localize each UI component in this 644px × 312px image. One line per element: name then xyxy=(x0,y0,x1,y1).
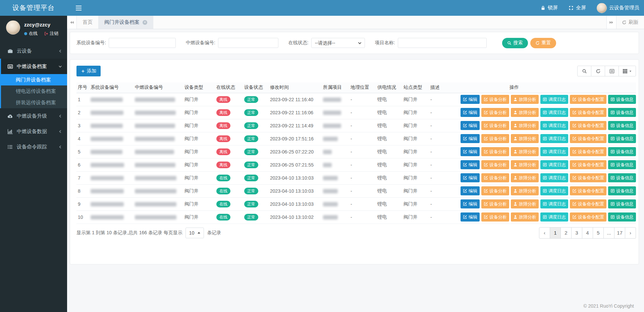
row-action-edit-button[interactable]: 编辑 xyxy=(461,199,480,208)
row-action-device-command-config-button[interactable]: 设备命令配置 xyxy=(570,173,606,182)
row-action-device-analysis-button[interactable]: 设备分析 xyxy=(481,160,509,169)
row-action-dispatch-log-button[interactable]: 调度日志 xyxy=(540,199,568,208)
row-action-device-info-button[interactable]: 设备信息 xyxy=(608,121,636,130)
search-button[interactable]: 搜索 xyxy=(502,38,528,48)
row-action-device-info-button[interactable]: 设备信息 xyxy=(608,212,636,222)
row-action-edit-button[interactable]: 编辑 xyxy=(461,173,480,182)
row-action-device-analysis-button[interactable]: 设备分析 xyxy=(481,199,509,208)
row-action-fault-analysis-button[interactable]: 故障分析 xyxy=(511,147,539,156)
row-action-device-analysis-button[interactable]: 设备分析 xyxy=(481,108,509,117)
row-action-device-command-config-button[interactable]: 设备命令配置 xyxy=(570,121,606,130)
row-action-dispatch-log-button[interactable]: 调度日志 xyxy=(540,134,568,143)
row-action-device-analysis-button[interactable]: 设备分析 xyxy=(481,173,509,182)
row-action-device-info-button[interactable]: 设备信息 xyxy=(608,173,636,182)
sidebar-item-valve-well-archive[interactable]: 阀门井设备档案 xyxy=(1,74,67,85)
logout-link[interactable]: 注销 xyxy=(44,30,58,37)
row-action-fault-analysis-button[interactable]: 故障分析 xyxy=(511,95,539,104)
row-action-fault-analysis-button[interactable]: 故障分析 xyxy=(511,186,539,195)
lock-screen-button[interactable]: 锁屏 xyxy=(541,5,558,11)
row-action-device-info-button[interactable]: 设备信息 xyxy=(608,199,636,208)
row-action-edit-button[interactable]: 编辑 xyxy=(461,212,480,222)
row-action-dispatch-log-button[interactable]: 调度日志 xyxy=(540,160,568,169)
sidebar-item-lithium-remote-archive[interactable]: 锂电远传设备档案 xyxy=(1,85,67,97)
page-size-select[interactable]: 10 xyxy=(185,228,204,238)
row-action-device-command-config-button[interactable]: 设备命令配置 xyxy=(570,147,606,156)
row-action-device-info-button[interactable]: 设备信息 xyxy=(608,147,636,156)
row-action-device-info-button[interactable]: 设备信息 xyxy=(608,160,636,169)
page-1-button[interactable]: 1 xyxy=(550,227,561,239)
tab-home[interactable]: 首页 xyxy=(77,16,99,29)
row-action-device-command-config-button[interactable]: 设备命令配置 xyxy=(570,134,606,143)
sidebar-item-cloud-device[interactable]: 云设备 xyxy=(0,43,67,59)
sidebar-item-assembled-remote-archive[interactable]: 拼装远传设备档案 xyxy=(1,97,67,108)
row-action-dispatch-log-button[interactable]: 调度日志 xyxy=(540,173,568,182)
fullscreen-button[interactable]: 全屏 xyxy=(569,5,586,11)
row-action-device-analysis-button[interactable]: 设备分析 xyxy=(481,186,509,195)
row-action-device-analysis-button[interactable]: 设备分析 xyxy=(481,147,509,156)
tabs-scroll-left-button[interactable] xyxy=(67,16,77,29)
close-icon[interactable] xyxy=(143,20,147,25)
row-action-edit-button[interactable]: 编辑 xyxy=(461,95,480,104)
row-action-device-analysis-button[interactable]: 设备分析 xyxy=(481,212,509,222)
row-action-dispatch-log-button[interactable]: 调度日志 xyxy=(540,108,568,117)
row-action-device-analysis-button[interactable]: 设备分析 xyxy=(481,134,509,143)
row-action-fault-analysis-button[interactable]: 故障分析 xyxy=(511,108,539,117)
detail-view-button[interactable] xyxy=(605,66,619,76)
sidebar-item-gas-device-upgrade[interactable]: 中燃设备升级 xyxy=(0,108,67,124)
columns-button[interactable] xyxy=(619,66,636,76)
page-17-button[interactable]: 17 xyxy=(614,227,625,239)
online-status-select[interactable]: --请选择-- xyxy=(311,38,365,48)
row-action-device-command-config-button[interactable]: 设备命令配置 xyxy=(570,160,606,169)
project-name-input[interactable] xyxy=(398,38,487,48)
row-action-edit-button[interactable]: 编辑 xyxy=(461,134,480,143)
row-action-edit-button[interactable]: 编辑 xyxy=(461,121,480,130)
row-action-edit-button[interactable]: 编辑 xyxy=(461,108,480,117)
tab-valve-well-archive[interactable]: 阀门井设备档案 xyxy=(99,16,153,29)
row-action-device-info-button[interactable]: 设备信息 xyxy=(608,108,636,117)
row-action-fault-analysis-button[interactable]: 故障分析 xyxy=(511,134,539,143)
row-action-device-command-config-button[interactable]: 设备命令配置 xyxy=(570,95,606,104)
row-action-fault-analysis-button[interactable]: 故障分析 xyxy=(511,173,539,182)
row-action-fault-analysis-button[interactable]: 故障分析 xyxy=(511,160,539,169)
page-4-button[interactable]: 4 xyxy=(582,227,593,239)
page-2-button[interactable]: 2 xyxy=(560,227,572,239)
row-action-dispatch-log-button[interactable]: 调度日志 xyxy=(540,147,568,156)
sidebar-item-gas-device-data[interactable]: 中燃设备数据 xyxy=(0,124,67,139)
row-action-device-analysis-button[interactable]: 设备分析 xyxy=(481,121,509,130)
row-action-device-info-button[interactable]: 设备信息 xyxy=(608,134,636,143)
reset-button[interactable]: 重置 xyxy=(530,38,556,48)
row-action-edit-button[interactable]: 编辑 xyxy=(461,147,480,156)
row-action-edit-button[interactable]: 编辑 xyxy=(461,186,480,195)
refresh-tab-button[interactable]: 刷新 xyxy=(616,16,644,29)
row-action-fault-analysis-button[interactable]: 故障分析 xyxy=(511,212,539,222)
row-action-edit-button[interactable]: 编辑 xyxy=(461,160,480,169)
row-action-device-command-config-button[interactable]: 设备命令配置 xyxy=(570,108,606,117)
row-action-dispatch-log-button[interactable]: 调度日志 xyxy=(540,95,568,104)
add-button[interactable]: 添加 xyxy=(76,66,101,76)
row-action-device-command-config-button[interactable]: 设备命令配置 xyxy=(570,212,606,222)
gas-device-no-input[interactable] xyxy=(218,38,278,48)
page-prev-button[interactable]: ‹ xyxy=(539,227,550,239)
sidebar-item-device-command-tracking[interactable]: 设备命令跟踪 xyxy=(0,139,67,154)
sidebar-toggle-button[interactable] xyxy=(70,0,87,16)
row-action-fault-analysis-button[interactable]: 故障分析 xyxy=(511,199,539,208)
row-action-fault-analysis-button[interactable]: 故障分析 xyxy=(511,121,539,130)
page-5-button[interactable]: 5 xyxy=(593,227,604,239)
row-action-device-analysis-button[interactable]: 设备分析 xyxy=(481,95,509,104)
page-3-button[interactable]: 3 xyxy=(571,227,582,239)
row-action-dispatch-log-button[interactable]: 调度日志 xyxy=(540,186,568,195)
row-action-device-command-config-button[interactable]: 设备命令配置 xyxy=(570,186,606,195)
row-action-device-info-button[interactable]: 设备信息 xyxy=(608,95,636,104)
page-next-button[interactable]: › xyxy=(625,227,636,239)
row-action-dispatch-log-button[interactable]: 调度日志 xyxy=(540,121,568,130)
system-device-no-input[interactable] xyxy=(109,38,176,48)
tabs-scroll-right-button[interactable] xyxy=(606,16,616,29)
refresh-table-button[interactable] xyxy=(591,66,605,76)
row-action-device-info-button[interactable]: 设备信息 xyxy=(608,186,636,195)
toggle-search-button[interactable] xyxy=(577,66,591,76)
row-action-dispatch-log-button[interactable]: 调度日志 xyxy=(540,212,568,222)
sidebar-item-gas-device-archive[interactable]: 中燃设备档案 xyxy=(1,59,67,74)
user-menu[interactable]: 云设备管理员 xyxy=(597,3,639,13)
page-ellipsis[interactable]: ... xyxy=(603,227,614,239)
row-action-device-command-config-button[interactable]: 设备命令配置 xyxy=(570,199,606,208)
